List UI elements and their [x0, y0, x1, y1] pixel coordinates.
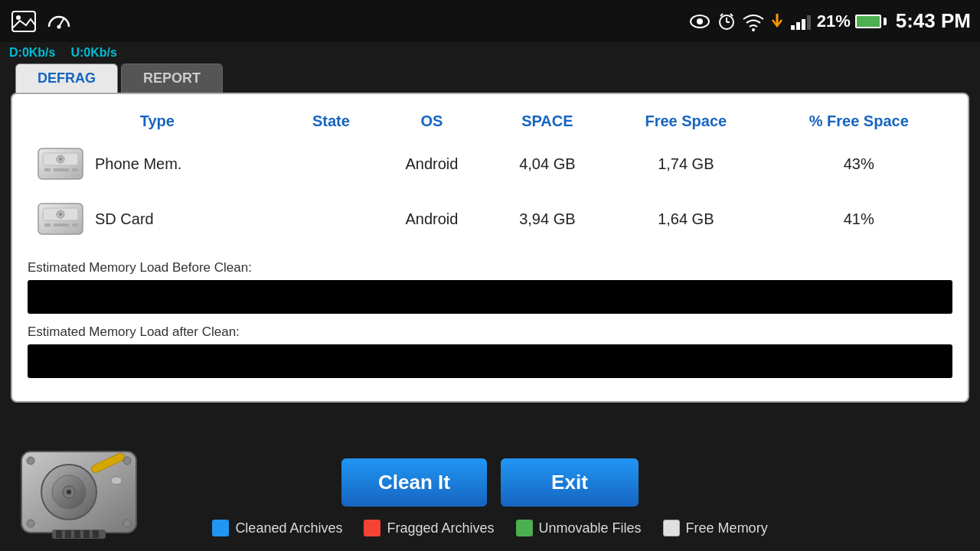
phone-mem-icon [37, 144, 84, 184]
hdd-svg [14, 444, 144, 540]
memory-after-bar [28, 344, 952, 378]
battery-icon [855, 15, 887, 28]
svg-rect-23 [72, 168, 78, 171]
memory-after-section: Estimated Memory Load after Clean: [28, 324, 952, 378]
memory-before-label: Estimated Memory Load Before Clean: [28, 260, 952, 276]
unmovable-files-label: Unmovable Files [539, 520, 642, 536]
cleaned-archives-label: Cleaned Archives [235, 520, 342, 536]
speedometer-icon [44, 7, 74, 36]
svg-line-10 [730, 14, 733, 16]
cleaned-archives-dot [212, 520, 229, 536]
svg-line-9 [720, 14, 723, 16]
legend: Cleaned Archives Fragged Archives Unmova… [15, 520, 965, 536]
svg-rect-28 [44, 223, 51, 227]
download-icon [769, 12, 785, 31]
svg-point-11 [752, 28, 755, 31]
col-space: SPACE [488, 106, 607, 136]
download-speed: D:0Kb/s [9, 46, 55, 60]
tab-defrag[interactable]: DEFRAG [15, 64, 118, 93]
svg-rect-45 [74, 530, 80, 538]
phone-mem-space: 4,04 GB [488, 136, 607, 191]
svg-rect-21 [44, 168, 51, 171]
memory-before-section: Estimated Memory Load Before Clean: [28, 260, 952, 314]
unmovable-files-dot [516, 520, 533, 536]
legend-fragged-archives: Fragged Archives [364, 520, 494, 536]
svg-rect-15 [802, 19, 805, 30]
tab-report[interactable]: REPORT [121, 64, 223, 93]
svg-rect-22 [54, 168, 69, 171]
svg-point-39 [123, 457, 131, 465]
phone-mem-pct: 43% [766, 136, 952, 191]
wifi-icon [742, 11, 765, 31]
legend-free-memory: Free Memory [663, 520, 768, 536]
free-memory-label: Free Memory [686, 520, 768, 536]
memory-after-label: Estimated Memory Load after Clean: [28, 324, 952, 340]
svg-rect-16 [807, 15, 811, 30]
network-bar: D:0Kb/s U:0Kb/s [0, 42, 980, 64]
sd-card-icon [37, 199, 84, 239]
svg-rect-29 [54, 223, 69, 227]
col-os: OS [375, 106, 488, 136]
exit-button[interactable]: Exit [501, 458, 639, 507]
svg-rect-14 [796, 22, 800, 30]
action-buttons: Clean It Exit [15, 458, 965, 507]
status-bar-left [9, 7, 74, 36]
bottom-area: Clean It Exit Cleaned Archives Fragged A… [0, 444, 980, 551]
memory-before-bar [28, 280, 952, 314]
sd-card-os: Android [375, 191, 488, 246]
sd-card-pct: 41% [766, 191, 952, 246]
col-type: Type [28, 106, 287, 136]
battery-percent: 21% [817, 11, 851, 31]
svg-point-38 [27, 457, 34, 465]
col-pct-free: % Free Space [766, 106, 952, 136]
phone-mem-state [287, 136, 376, 191]
svg-point-37 [111, 477, 122, 484]
svg-rect-30 [72, 223, 78, 227]
table-row: SD Card Android 3,94 GB 1,64 GB 41% [28, 191, 952, 246]
alarm-icon [716, 11, 737, 32]
sd-card-label: SD Card [95, 210, 154, 228]
tabs-container: DEFRAG REPORT [0, 64, 980, 93]
svg-point-27 [59, 213, 62, 216]
fragged-archives-label: Fragged Archives [387, 520, 494, 536]
free-memory-dot [663, 520, 680, 536]
status-bar: 21% 5:43 PM [0, 0, 980, 42]
fragged-archives-dot [364, 520, 381, 536]
legend-cleaned-archives: Cleaned Archives [212, 520, 342, 536]
svg-rect-43 [56, 530, 62, 538]
svg-point-41 [123, 520, 131, 527]
col-state: State [287, 106, 376, 136]
svg-point-1 [16, 15, 21, 20]
phone-mem-label: Phone Mem. [95, 155, 181, 173]
eye-icon [688, 12, 711, 31]
status-bar-right: 21% 5:43 PM [688, 9, 971, 33]
clean-it-button[interactable]: Clean It [341, 458, 487, 507]
main-card: Type State OS SPACE Free Space % Free Sp… [11, 93, 969, 403]
svg-rect-13 [791, 25, 795, 30]
signal-icon [789, 11, 812, 31]
svg-point-35 [67, 490, 71, 494]
svg-rect-46 [83, 530, 90, 538]
storage-table: Type State OS SPACE Free Space % Free Sp… [28, 106, 952, 246]
svg-point-5 [697, 18, 703, 24]
svg-point-3 [57, 24, 61, 28]
sd-card-state [287, 191, 376, 246]
sd-card-space: 3,94 GB [488, 191, 607, 246]
svg-point-40 [27, 520, 34, 527]
sd-card-free: 1,64 GB [606, 191, 765, 246]
svg-rect-44 [65, 530, 71, 538]
phone-mem-os: Android [375, 136, 488, 191]
legend-unmovable-files: Unmovable Files [516, 520, 642, 536]
upload-speed: U:0Kb/s [70, 46, 116, 60]
table-row: Phone Mem. Android 4,04 GB 1,74 GB 43% [28, 136, 952, 191]
svg-rect-47 [93, 530, 99, 538]
time-display: 5:43 PM [896, 9, 971, 33]
phone-mem-free: 1,74 GB [606, 136, 765, 191]
image-icon [9, 7, 38, 36]
hdd-illustration [14, 444, 144, 543]
col-free-space: Free Space [606, 106, 765, 136]
svg-point-20 [59, 158, 62, 161]
